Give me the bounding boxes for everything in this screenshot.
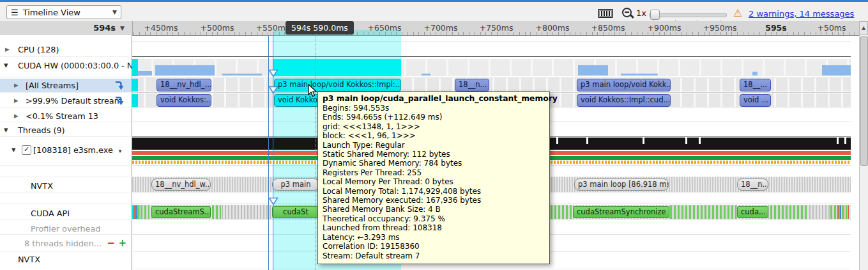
sidebar-row-separator (0, 251, 132, 251)
all-streams-bar[interactable]: 18__... (740, 79, 771, 91)
sidebar-row-separator (0, 203, 132, 204)
sidebar-row-label: 8 threads hidden... (24, 237, 102, 250)
api-activity-cluster (670, 205, 736, 219)
gpu-utilization-segment (578, 65, 608, 75)
tooltip-detail-line: grid: <<<1348, 1, 1>>> (323, 122, 545, 131)
all-streams-bar[interactable]: 18__n... (455, 79, 489, 91)
expand-arrow-icon[interactable]: ▶ (14, 109, 19, 123)
sidebar-row-label: CUDA API (31, 207, 70, 220)
gpu-utilization-segment (222, 74, 262, 75)
ruler-origin-cell[interactable]: 594s ▼ (0, 21, 133, 36)
tooltip-detail-line: Correlation ID: 19158360 (323, 242, 545, 251)
tooltip-detail-line: Shared Memory executed: 167,936 bytes (323, 196, 545, 205)
show-thread-button[interactable]: + (118, 237, 126, 250)
row-separator (132, 77, 851, 77)
sidebar-row-profiler-overhead[interactable]: Profiler overhead (0, 222, 132, 235)
cursor-crosshair-line (315, 36, 316, 270)
api-event-mark (135, 205, 137, 219)
sidebar-row-separator (0, 193, 132, 193)
sidebar-row-nvtx[interactable]: NVTX (0, 253, 132, 266)
sidebar-row-label: CUDA HW (0000:03:00.0 - NV (18, 59, 132, 72)
nvtx-range-bar[interactable]: 18__nv_hdl_w... (151, 179, 211, 191)
gpu-utilization-segment (422, 74, 430, 75)
api-activity-cluster (770, 205, 807, 219)
selection-handle-triangle[interactable] (268, 197, 278, 207)
thread-state-gap (837, 138, 839, 144)
zoom-slider[interactable] (649, 4, 727, 20)
sidebar-row-cpu-128[interactable]: ▶CPU (128) (0, 43, 132, 56)
nvtx-range-bar[interactable]: p3 main loop [86.918 ms] (574, 179, 669, 191)
keyboard-shortcuts-icon[interactable] (598, 9, 613, 18)
stream-pin-icon[interactable] (114, 95, 124, 107)
view-selector-label: Timeline View (23, 8, 112, 17)
ruler-tick-label: +50ms (817, 23, 846, 33)
sidebar-row-nvtx[interactable]: NVTX (0, 179, 132, 193)
sidebar-row-108318-e3sm-exe[interactable]: ▼✓[108318] e3sm.exe▾ (0, 143, 132, 157)
sidebar-row-cuda-api[interactable]: CUDA API (0, 207, 132, 220)
chevron-down-icon[interactable]: ▾ (119, 148, 122, 154)
expand-arrow-icon[interactable]: ▶ (5, 43, 10, 56)
hide-thread-button[interactable]: − (107, 237, 115, 250)
selection-handle-triangle[interactable] (268, 86, 278, 96)
gpu-utilization-segment (155, 65, 215, 75)
default-stream-bar[interactable]: void ... (740, 94, 771, 107)
default-stream-bar[interactable]: void Kokkos::Impl::cud... (577, 94, 671, 107)
api-event-mark (837, 205, 839, 219)
sidebar-row-separator (0, 219, 132, 220)
zoom-level-label: 1x (636, 8, 646, 18)
all-streams-bar[interactable]: p3 main loop/void Kokkos::Impl:... (274, 79, 401, 91)
sidebar-row-cuda-hw-0000-03-00-0-nv[interactable]: ▼CUDA HW (0000:03:00.0 - NV (0, 59, 132, 72)
ruler-tick-label: +500ms (200, 23, 234, 33)
toolbar: ☰ Timeline View ▼ 1x ⚠ 2 warnings, 14 me… (0, 2, 868, 22)
chevron-down-icon[interactable]: ▼ (120, 25, 125, 31)
api-activity-cluster (212, 205, 221, 219)
tooltip-detail-line: Local Memory Per Thread: 0 bytes (323, 177, 545, 186)
cursor-time-badge: 594s 590.0ms (286, 21, 354, 35)
sidebar-row-99-9-default-stream[interactable]: ▶>99.9% Default stream (0, 94, 132, 107)
sidebar-row-separator (0, 92, 132, 93)
ruler-tick-label: +750ms (479, 23, 513, 33)
default-stream-bar[interactable]: void Kokkos:... (156, 94, 211, 107)
nsight-systems-timeline-window: ☰ Timeline View ▼ 1x ⚠ 2 warnings, 14 me… (0, 0, 868, 270)
zoom-out-icon[interactable] (622, 8, 634, 19)
view-selector-dropdown[interactable]: ☰ Timeline View ▼ (6, 5, 121, 19)
gpu-utilization-segment (752, 72, 758, 75)
cuda-api-call-bar[interactable]: cudaSt (272, 206, 319, 218)
sidebar-row-threads-9[interactable]: ▼Threads (9) (0, 123, 132, 137)
expand-arrow-icon[interactable]: ▶ (14, 94, 19, 107)
ruler-tick-label: +700ms (423, 23, 457, 33)
scrollbar-up-button[interactable]: ▲ (859, 21, 868, 35)
cuda-api-call-bar[interactable]: cuda... (737, 206, 768, 218)
vertical-scrollbar-thumb[interactable] (860, 36, 868, 166)
chevron-down-icon: ▼ (112, 9, 117, 15)
sidebar-row-all-streams[interactable]: ▶[All Streams] (0, 79, 132, 92)
ruler-origin-label: 594s (93, 23, 116, 33)
expand-arrow-icon[interactable]: ▶ (14, 79, 19, 92)
gpu-utilization-segment (822, 65, 851, 75)
nvtx-range-bar[interactable]: p3 main (272, 179, 319, 191)
collapse-arrow-icon[interactable]: ▼ (4, 123, 8, 137)
collapse-arrow-icon[interactable]: ▼ (11, 143, 16, 157)
cuda-hw-selection-highlight (273, 59, 401, 76)
zoom-slider-handle[interactable] (650, 10, 660, 20)
cuda-api-call-bar[interactable]: cudaStreamS... (151, 206, 211, 218)
sidebar-row-label: >99.9% Default stream (26, 94, 122, 107)
ruler-tick-label: +850ms (591, 23, 625, 33)
all-streams-bar[interactable]: p3 main loop/void Kokk... (577, 79, 671, 91)
tooltip-detail-line: Latency: ←3.293 ms (323, 233, 545, 242)
nvtx-range-bar[interactable]: 18__n... (737, 179, 768, 191)
stream-pin-icon[interactable] (114, 80, 124, 92)
process-checkbox[interactable]: ✓ (22, 145, 31, 155)
collapse-arrow-icon[interactable]: ▼ (4, 59, 8, 72)
warnings-messages-link[interactable]: 2 warnings, 14 messages (749, 9, 854, 19)
tooltip-detail-line: Theoretical occupancy: 9.375 % (323, 214, 545, 223)
zoom-slider-groove[interactable] (649, 13, 727, 17)
cuda-api-call-bar[interactable]: cudaStreamSynchronize (573, 206, 669, 218)
thread-state-gap (685, 138, 687, 144)
selection-handle-triangle[interactable] (268, 69, 278, 79)
hamburger-menu-icon: ☰ (11, 8, 19, 17)
row-separator (132, 41, 851, 42)
sidebar-row-0-1-stream-13[interactable]: ▶<0.1% Stream 13 (0, 109, 132, 123)
sidebar-row-8-threads-hidden[interactable]: 8 threads hidden...−+ (0, 237, 132, 250)
all-streams-bar[interactable]: 18__nv_hdl_... (156, 79, 211, 91)
